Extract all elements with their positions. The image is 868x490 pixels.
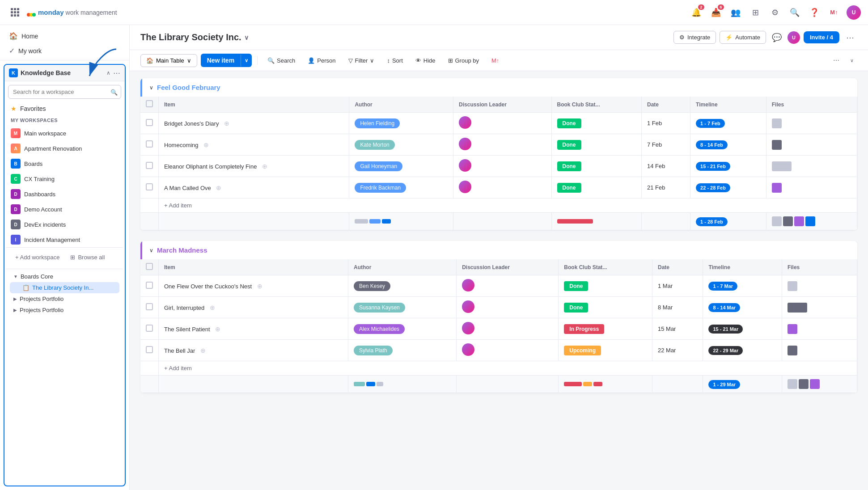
add-conversation-icon[interactable]: ⊕	[257, 283, 263, 290]
ws-item-incident[interactable]: I Incident Management	[6, 232, 123, 247]
select-all-checkbox[interactable]	[146, 100, 153, 107]
row-author: Fredrik Backman	[349, 177, 453, 199]
row-files	[782, 340, 857, 361]
row-checkbox	[140, 156, 159, 177]
group-chevron-march[interactable]: ∨	[149, 247, 153, 253]
toolbar-collapse-icon[interactable]: ∨	[847, 56, 857, 65]
inbox-button[interactable]: 📥6	[709, 5, 723, 20]
mondayai-toolbar-icon: M↑	[491, 57, 499, 64]
workspace-search-input[interactable]	[8, 85, 121, 99]
board-more-icon[interactable]: ⋯	[843, 30, 857, 45]
apps-button[interactable]: ⚙	[768, 5, 782, 20]
row-select-checkbox[interactable]	[146, 119, 153, 126]
chat-button[interactable]: 💬	[770, 30, 784, 45]
board-user-avatar[interactable]: U	[788, 31, 800, 44]
filter-button[interactable]: ▽ Filter ∨	[344, 55, 379, 67]
ws-item-dashboards[interactable]: D Dashboards	[6, 186, 123, 202]
row-select-checkbox[interactable]	[146, 162, 153, 169]
status-chip: Done	[557, 118, 581, 128]
th-status-feel-good: Book Club Stat...	[551, 97, 642, 113]
add-conversation-icon[interactable]: ⊕	[224, 120, 229, 127]
add-workspace-button[interactable]: + Add workspace	[11, 251, 64, 263]
sort-button[interactable]: ↕ Sort	[382, 55, 407, 67]
add-conversation-icon[interactable]: ⊕	[200, 347, 206, 354]
new-item-dropdown-icon[interactable]: ∨	[241, 55, 252, 67]
sidebar-item-home[interactable]: 🏠 Home	[4, 29, 126, 43]
add-conversation-icon[interactable]: ⊕	[215, 325, 220, 333]
add-conversation-icon[interactable]: ⊕	[262, 163, 267, 170]
user-avatar[interactable]: U	[847, 5, 861, 20]
ws-item-devex[interactable]: D DevEx incidents	[6, 217, 123, 232]
row-select-checkbox[interactable]	[146, 346, 153, 353]
integrate-button[interactable]: ⚙ Integrate	[673, 31, 716, 44]
tree-item-projects-1[interactable]: ▶ Projects Portfolio	[10, 293, 119, 304]
row-select-checkbox[interactable]	[146, 325, 153, 332]
ws-item-demo[interactable]: D Demo Account	[6, 202, 123, 217]
new-item-button[interactable]: New item ∨	[201, 54, 252, 67]
tree-item-library[interactable]: 📋 The Library Society In...	[10, 282, 119, 293]
person-button[interactable]: 👤 Person	[303, 55, 340, 67]
my-workspaces-label: My workspaces	[6, 115, 123, 126]
search-toolbar-button[interactable]: 🔍 Search	[263, 55, 300, 67]
grid-menu-icon[interactable]	[7, 4, 23, 20]
row-select-checkbox[interactable]	[146, 183, 153, 190]
people-button[interactable]: 👥	[728, 5, 743, 20]
add-conversation-icon[interactable]: ⊕	[216, 184, 221, 191]
ws-label-incident: Incident Management	[24, 237, 80, 243]
invite-button[interactable]: Invite / 4	[804, 31, 839, 43]
main-table-button[interactable]: 🏠 Main Table ∨	[140, 54, 197, 67]
automate-button[interactable]: ⚡ Automate	[720, 31, 766, 44]
ws-item-apartment[interactable]: A Apartment Renovation	[6, 141, 123, 156]
toolbar-more-icon[interactable]: ⋯	[830, 55, 843, 66]
item-text: The Bell Jar	[164, 347, 195, 354]
kb-chevron-icon[interactable]: ∧	[106, 70, 110, 76]
tree-item-projects-2[interactable]: ▶ Projects Portfolio	[10, 304, 119, 316]
row-select-checkbox[interactable]	[146, 282, 153, 289]
add-item-label-feel-good[interactable]: + Add item	[159, 199, 857, 213]
th-author-march: Author	[348, 259, 457, 275]
summary-checkbox-cell	[140, 213, 159, 230]
add-item-label-march[interactable]: + Add item	[159, 361, 857, 376]
help-button[interactable]: ❓	[807, 5, 821, 20]
summary-bar	[377, 382, 383, 386]
sidebar-item-mywork[interactable]: ✓ My work	[4, 43, 126, 58]
timeline-chip: 15 - 21 Mar	[708, 325, 743, 334]
summary-bar	[564, 382, 582, 386]
row-leader	[453, 156, 551, 177]
filter-arrow-icon: ∨	[370, 57, 374, 64]
select-all-checkbox-march[interactable]	[146, 263, 153, 270]
ws-item-boards[interactable]: B Boards	[6, 156, 123, 171]
kb-more-icon[interactable]: ⋯	[113, 69, 120, 77]
notifications-button[interactable]: 🔔2	[689, 5, 703, 20]
search-button[interactable]: 🔍	[788, 5, 802, 20]
row-select-checkbox[interactable]	[146, 303, 153, 310]
browse-all-button[interactable]: ⊞ Browse all	[66, 251, 109, 263]
group-by-button[interactable]: ⊞ Group by	[444, 55, 483, 67]
inbox-badge: 6	[718, 4, 724, 10]
dashboard-button[interactable]: ⊞	[748, 5, 762, 20]
mondayai-icon[interactable]: M↑	[827, 5, 841, 20]
add-conversation-icon[interactable]: ⊕	[203, 141, 209, 148]
file-thumb	[772, 140, 782, 150]
ws-item-cx[interactable]: C CX Training	[6, 171, 123, 186]
add-conversation-icon[interactable]: ⊕	[210, 304, 215, 311]
row-select-checkbox[interactable]	[146, 140, 153, 148]
hide-label: Hide	[423, 57, 436, 64]
tree-item-boards-core[interactable]: ▼ Boards Core	[10, 271, 119, 282]
filter-icon: ▽	[348, 57, 353, 64]
row-timeline: 22 - 28 Feb	[690, 177, 766, 199]
hide-button[interactable]: 👁 Hide	[411, 55, 440, 67]
add-item-row-feel-good[interactable]: + Add item	[140, 199, 857, 213]
mondayai-toolbar-button[interactable]: M↑	[487, 55, 504, 67]
summary-status-cell	[551, 213, 642, 230]
favorites-item[interactable]: ★ Favorites	[6, 102, 123, 115]
table-icon: 🏠	[146, 57, 153, 64]
ws-item-main[interactable]: M Main workspace	[6, 126, 123, 141]
file-thumb	[772, 118, 782, 128]
board-title-dropdown-icon[interactable]: ∨	[244, 34, 249, 41]
author-chip: Ben Kesey	[354, 281, 390, 291]
table-header-row-march: Item Author Discussion Leader Book Club …	[140, 259, 857, 275]
add-item-row-march[interactable]: + Add item	[140, 361, 857, 376]
row-item-name: The Bell Jar ⊕	[159, 340, 348, 361]
group-chevron-feel-good[interactable]: ∨	[149, 84, 153, 91]
